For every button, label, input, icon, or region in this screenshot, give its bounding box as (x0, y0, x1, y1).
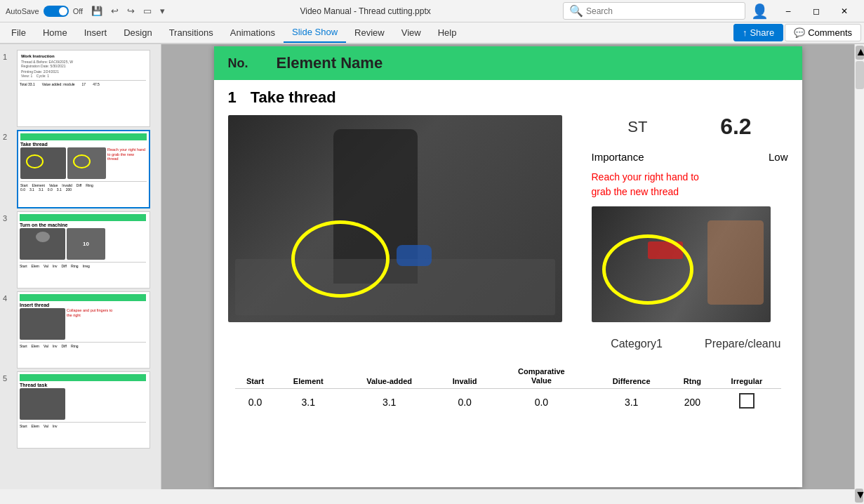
autosave-toggle[interactable] (44, 6, 69, 17)
importance-row: Importance Low (592, 151, 788, 163)
col-header-comparative: ComparativeValue (492, 364, 591, 389)
slide-preview-2: Take thread Reach your right hand to gra… (17, 130, 150, 208)
st-label: ST (627, 118, 647, 136)
slide-right: ST 6.2 Importance Low Reach your right h… (592, 88, 788, 322)
slide-thumb-4[interactable]: 4 Insert thread Collapse and put fingers… (3, 291, 158, 369)
document-title: Video Manual - Thread cutting.pptx (300, 6, 430, 16)
data-table-container: Start Element Value-added Invalid Compar… (214, 350, 802, 422)
col-header-difference: Difference (591, 364, 672, 389)
slide-thumb-1[interactable]: 1 Work Instruction Thread & Before: EACI… (3, 50, 158, 127)
cell-rtng: 200 (672, 389, 712, 416)
col-header-start: Start (235, 364, 276, 389)
close-button[interactable]: ✕ (830, 0, 858, 22)
ribbon: File Home Insert Design Transitions Anim… (0, 22, 864, 44)
search-icon: 🔍 (569, 4, 583, 18)
slide-header-element-name-label: Element Name (277, 54, 383, 72)
scroll-down-arrow[interactable]: ▼ (855, 489, 863, 503)
search-box[interactable]: 🔍 (563, 2, 745, 20)
window-controls: – ◻ ✕ (774, 0, 858, 22)
col-header-element: Element (276, 364, 341, 389)
minimize-button[interactable]: – (774, 0, 802, 22)
col-header-rtng: Rtng (672, 364, 712, 389)
tab-slide-show[interactable]: Slide Show (284, 22, 346, 43)
col-header-invalid: Invalid (437, 364, 492, 389)
cell-element: 3.1 (276, 389, 341, 416)
category-value: Prepare/cleanu (705, 338, 781, 350)
st-row: ST 6.2 (592, 114, 788, 140)
cell-comparative: 0.0 (492, 389, 591, 416)
data-table: Start Element Value-added Invalid Compar… (235, 364, 781, 415)
slide-thumb-3[interactable]: 3 Turn on the machine 10 StartElemValInv… (3, 211, 158, 289)
dropdown-icon[interactable]: ▾ (157, 4, 168, 18)
main-image-container (228, 115, 562, 322)
profile-icon[interactable]: 👤 (751, 3, 769, 20)
main-area: 1 Work Instruction Thread & Before: EACI… (0, 44, 864, 489)
tab-view[interactable]: View (393, 23, 430, 42)
autosave-label: AutoSave (6, 7, 39, 15)
restore-button[interactable]: ◻ (802, 0, 830, 22)
tab-insert[interactable]: Insert (76, 23, 116, 42)
row-number: 1 (228, 88, 237, 107)
titlebar: AutoSave Off 💾 ↩ ↪ ▭ ▾ Video Manual - Th… (0, 0, 864, 22)
slide-preview-5: Thread task StartElemValInv (17, 371, 150, 449)
share-button[interactable]: ↑ Share (733, 24, 783, 41)
side-image-container (592, 206, 771, 322)
toggle-off-label: Off (73, 7, 83, 15)
comments-button[interactable]: 💬 Comments (785, 24, 861, 41)
instruction-line2: grab the new thread (592, 186, 679, 197)
tab-design[interactable]: Design (115, 23, 160, 42)
canvas-area: No. Element Name 1 Take thread (161, 44, 854, 489)
slide-number-5: 5 (3, 371, 14, 383)
importance-label: Importance (592, 151, 644, 163)
slide-header-no: No. (228, 56, 248, 71)
cell-invalid: 0.0 (437, 389, 492, 416)
cell-value-added: 3.1 (341, 389, 437, 416)
titlebar-center: Video Manual - Thread cutting.pptx (173, 6, 557, 16)
slide-panel[interactable]: 1 Work Instruction Thread & Before: EACI… (0, 44, 161, 489)
scroll-up-arrow[interactable]: ▲ (856, 46, 864, 60)
element-name: Take thread (251, 88, 336, 107)
save-icon[interactable]: 💾 (88, 4, 105, 18)
slide-body: 1 Take thread (214, 80, 802, 331)
present-icon[interactable]: ▭ (140, 4, 154, 18)
slide-preview-3: Turn on the machine 10 StartElemValInvDi… (17, 211, 150, 289)
col-header-value-added: Value-added (341, 364, 437, 389)
scroll-thumb[interactable] (856, 61, 864, 89)
instruction-line1: Reach your right hand to (592, 171, 699, 183)
instruction-text: Reach your right hand to grab the new th… (592, 170, 788, 199)
quick-access-toolbar: 💾 ↩ ↪ ▭ ▾ (88, 4, 168, 18)
slide-thumb-5[interactable]: 5 Thread task StartElemValInv (3, 371, 158, 449)
toggle-thumb (59, 7, 67, 15)
cell-irregular (712, 389, 780, 416)
irregular-checkbox[interactable] (739, 393, 755, 409)
tab-review[interactable]: Review (346, 23, 393, 42)
slide-canvas: No. Element Name 1 Take thread (214, 46, 802, 487)
cell-start: 0.0 (235, 389, 276, 416)
category-row: Category1 Prepare/cleanu (214, 331, 802, 350)
tab-animations[interactable]: Animations (222, 23, 284, 42)
slide-thumb-2[interactable]: 2 Take thread Reach your right hand to g… (3, 130, 158, 208)
scrollbar-right[interactable]: ▲ ▼ (854, 44, 864, 489)
tab-file[interactable]: File (3, 23, 34, 42)
redo-icon[interactable]: ↪ (124, 4, 138, 18)
tab-help[interactable]: Help (430, 23, 465, 42)
slide-left: 1 Take thread (228, 88, 578, 322)
comment-icon: 💬 (794, 27, 805, 38)
undo-icon[interactable]: ↩ (108, 4, 121, 18)
titlebar-left: AutoSave Off (6, 6, 83, 17)
st-value: 6.2 (720, 114, 751, 140)
slide-number-3: 3 (3, 211, 14, 223)
tab-home[interactable]: Home (34, 23, 76, 42)
search-input[interactable] (586, 6, 739, 16)
slide-number-1: 1 (3, 50, 14, 61)
col-header-irregular: Irregular (712, 364, 780, 389)
tab-transitions[interactable]: Transitions (161, 23, 222, 42)
ribbon-actions: ↑ Share 💬 Comments (733, 24, 861, 41)
share-icon: ↑ (743, 27, 747, 38)
slide-number-2: 2 (3, 130, 14, 141)
slide-preview-4: Insert thread Collapse and put fingers t… (17, 291, 150, 369)
cell-difference: 3.1 (591, 389, 672, 416)
importance-value: Low (769, 151, 788, 163)
slide-preview-1: Work Instruction Thread & Before: EACI9/… (17, 50, 150, 127)
titlebar-right: 👤 – ◻ ✕ (751, 0, 858, 22)
